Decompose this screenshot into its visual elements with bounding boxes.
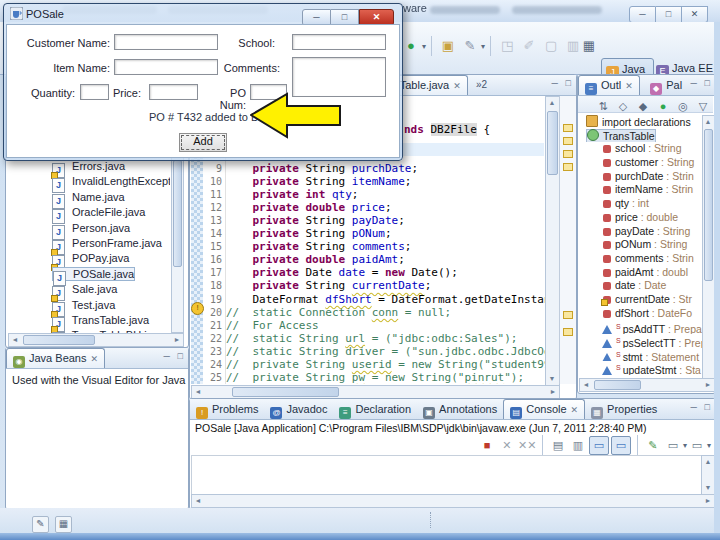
close-icon[interactable]: ✕ xyxy=(625,81,633,91)
overview-ruler[interactable] xyxy=(559,96,576,384)
tree-item-popay-java[interactable]: J POPay.java xyxy=(6,251,170,266)
hide-static-icon[interactable]: ◆ xyxy=(634,98,652,115)
comments-input[interactable] xyxy=(292,57,386,97)
editor-hscrollbar[interactable]: ◄ ► xyxy=(191,385,560,399)
package-explorer-vscrollbar[interactable] xyxy=(171,157,184,333)
outline-item-paidamt[interactable]: paidAmt : doubl xyxy=(578,266,702,280)
tree-item-person-java[interactable]: J Person.java xyxy=(6,221,170,236)
smart-insert-icon[interactable]: ▦ xyxy=(55,516,72,533)
scroll-left-icon[interactable]: ◄ xyxy=(580,379,592,391)
dialog-titlebar[interactable]: POSale ─□✕ xyxy=(4,4,402,24)
minimize-view-icon[interactable]: ─ xyxy=(552,78,558,88)
tree-item-transtable-java[interactable]: J TransTable.java xyxy=(6,313,170,328)
quantity-input[interactable] xyxy=(80,84,109,100)
tree-item-sale-java[interactable]: J Sale.java xyxy=(6,282,170,297)
tab-javadoc[interactable]: @Javadoc xyxy=(264,400,333,419)
annotate-icon[interactable]: ✎ xyxy=(460,36,480,56)
minimize-view-icon[interactable]: ─ xyxy=(691,402,697,412)
outline-item-stmt[interactable]: Sstmt : Statement xyxy=(578,348,702,362)
outline-item-dfshort[interactable]: dfShort : DateFo xyxy=(578,307,702,321)
scroll-right-icon[interactable]: ► xyxy=(171,334,183,346)
tab-java-beans[interactable]: ◉Java Beans✕ xyxy=(6,348,105,368)
tab-console[interactable]: ▤Console✕ xyxy=(503,399,585,419)
view-menu-icon[interactable]: ▽ xyxy=(694,98,712,115)
customer-name-input[interactable] xyxy=(114,34,218,50)
statusbar-splitter[interactable] xyxy=(430,512,432,528)
maximize-view-icon[interactable]: □ xyxy=(705,402,710,412)
tab-annotations[interactable]: ▣Annotations xyxy=(417,400,503,419)
minimize-icon[interactable]: ─ xyxy=(629,6,656,23)
outline-item-psaddtt[interactable]: SpsAddTT : Prepa xyxy=(578,320,702,334)
restore-icon[interactable]: □ xyxy=(656,6,682,23)
add-button[interactable]: Add xyxy=(179,133,227,152)
school-input[interactable] xyxy=(292,34,386,50)
tree-item-invalidlengthexceptio[interactable]: J InvalidLengthExceptio xyxy=(6,174,170,189)
scroll-right-icon[interactable]: ► xyxy=(702,495,714,507)
tree-item-posale-java[interactable]: J POSale.java xyxy=(6,267,170,282)
maximize-view-icon[interactable]: □ xyxy=(566,78,571,88)
tab-declaration[interactable]: ≡Declaration xyxy=(333,400,417,419)
outline-item-qty[interactable]: qty : int xyxy=(578,197,702,211)
tab-properties[interactable]: ▦Properties xyxy=(585,400,663,419)
tree-item-oraclefile-java[interactable]: J OracleFile.java xyxy=(6,205,170,220)
close-icon[interactable]: ✕ xyxy=(571,405,579,415)
console-vscrollbar[interactable]: ▲ ▼ xyxy=(701,455,715,495)
open-resource-icon[interactable]: ▣ xyxy=(438,36,458,56)
scroll-lock-icon[interactable]: ▭ xyxy=(589,436,609,455)
outline-item-school[interactable]: school : String xyxy=(578,142,702,156)
open-console-write-icon[interactable]: ✎ xyxy=(644,437,662,454)
dropdown-caret-icon[interactable]: ▾ xyxy=(683,441,687,450)
disabled-tool-icon-3[interactable]: ▢ xyxy=(541,36,561,56)
open-console-icon[interactable]: ▭ xyxy=(688,437,706,454)
close-icon[interactable]: ✕ xyxy=(90,354,98,364)
outline-item-import-declarations[interactable]: import declarations xyxy=(578,115,702,129)
scroll-right-icon[interactable]: ► xyxy=(547,386,559,398)
display-console-icon[interactable]: ▭ xyxy=(664,437,682,454)
outline-item-psselecttt[interactable]: SpsSelectTT : Prep xyxy=(578,334,702,348)
tree-item-errors-java[interactable]: J Errors.java xyxy=(6,159,170,174)
outline-item-customer[interactable]: customer : String xyxy=(578,156,702,170)
close-icon[interactable]: ✕ xyxy=(453,81,461,91)
outline-item-comments[interactable]: comments : Strin xyxy=(578,252,702,266)
sort-icon[interactable]: ⇅ xyxy=(594,98,612,115)
writable-mode-icon[interactable]: ✎ xyxy=(32,516,49,533)
disabled-tool-icon-2[interactable]: ✐ xyxy=(519,36,539,56)
outline-item-itemname[interactable]: itemName : Strin xyxy=(578,183,702,197)
tab-outline[interactable]: ≡Outl✕ xyxy=(578,75,640,95)
minimize-view-icon[interactable]: ─ xyxy=(164,351,170,361)
open-perspective-icon[interactable]: ▦ xyxy=(579,36,599,56)
tab-overflow-chevron[interactable]: »2 xyxy=(476,79,487,90)
dropdown-caret-icon[interactable]: ▾ xyxy=(422,42,426,51)
dropdown-caret-icon[interactable]: ▾ xyxy=(481,42,485,51)
scroll-left-icon[interactable]: ◄ xyxy=(9,334,21,346)
outline-item-purchdate[interactable]: purchDate : Strin xyxy=(578,170,702,184)
package-explorer-hscrollbar[interactable]: ◄ ► xyxy=(8,333,184,347)
outline-item-ponum[interactable]: pONum : String xyxy=(578,238,702,252)
remove-launch-icon[interactable]: ✕ xyxy=(498,437,516,454)
run-icon[interactable]: ● xyxy=(401,36,421,56)
clear-console-icon[interactable]: ▤ xyxy=(549,437,567,454)
word-wrap-icon[interactable]: ▥ xyxy=(569,437,587,454)
scroll-left-icon[interactable]: ◄ xyxy=(192,495,204,507)
dropdown-caret-icon[interactable]: ▾ xyxy=(707,441,711,450)
scroll-right-icon[interactable]: ► xyxy=(702,379,714,391)
outline-item-currentdate[interactable]: currentDate : Str xyxy=(578,293,702,307)
show-on-output-icon[interactable]: ▭ xyxy=(611,436,631,455)
outline-item-transtable[interactable]: TransTable xyxy=(578,129,702,143)
hide-fields-icon[interactable]: ◇ xyxy=(614,98,632,115)
outline-item-date[interactable]: date : Date xyxy=(578,279,702,293)
tree-item-personframe-java[interactable]: J PersonFrame.java xyxy=(6,236,170,251)
remove-all-launches-icon[interactable]: ✕✕ xyxy=(518,437,536,454)
outline-item-paydate[interactable]: payDate : String xyxy=(578,225,702,239)
outline-hscrollbar[interactable]: ◄ ► xyxy=(579,378,715,392)
hide-non-public-icon[interactable]: ● xyxy=(654,98,672,115)
console-output[interactable] xyxy=(191,455,703,495)
tab-problems[interactable]: !Problems xyxy=(190,400,264,419)
minimize-view-icon[interactable]: ─ xyxy=(691,78,697,88)
tab-palette[interactable]: ◆Pal xyxy=(644,76,688,95)
console-hscrollbar[interactable]: ◄ ► xyxy=(191,494,715,508)
disabled-tool-icon-1[interactable]: ◳ xyxy=(497,36,517,56)
terminate-icon[interactable]: ■ xyxy=(478,437,496,454)
editor-vscrollbar[interactable]: ▲ ▼ xyxy=(545,96,560,386)
outline-item-updatestmt[interactable]: SupdateStmt : Sta xyxy=(578,361,702,375)
